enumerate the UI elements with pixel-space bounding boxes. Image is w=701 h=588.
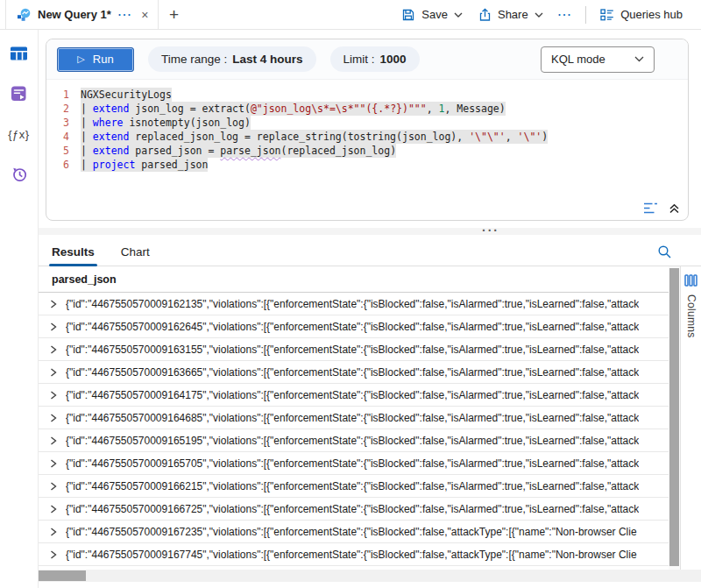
- row-json-text: {"id":"4467550570009165705","violations"…: [66, 457, 639, 470]
- table-row[interactable]: {"id":"4467550570009163155","violations"…: [39, 338, 669, 361]
- table-row[interactable]: {"id":"4467550570009162645","violations"…: [39, 315, 669, 338]
- results-grid: parsed_json {"id":"4467550570009162135",…: [39, 266, 669, 570]
- content-area: ▷ Run Time range : Last 4 hours Limit : …: [39, 30, 701, 588]
- table-row[interactable]: {"id":"4467550570009167235","violations"…: [39, 521, 669, 543]
- code-line[interactable]: 3| where isnotempty(json_log): [46, 116, 688, 130]
- collapse-editor-icon[interactable]: [669, 202, 680, 214]
- text-lines-icon[interactable]: [643, 202, 658, 214]
- sidebar-item-query-history[interactable]: [8, 163, 31, 186]
- vertical-scrollbar[interactable]: [669, 266, 680, 570]
- sidebar-item-functions[interactable]: {ƒx}: [8, 123, 31, 145]
- run-button[interactable]: ▷ Run: [57, 47, 134, 72]
- expand-row-icon[interactable]: [50, 436, 57, 445]
- history-clock-icon: [11, 166, 28, 183]
- row-json-text: {"id":"4467550570009166725","violations"…: [66, 503, 639, 515]
- line-number: 3: [48, 116, 81, 130]
- code-line[interactable]: 6| project parsed_json: [46, 158, 688, 172]
- time-range-picker[interactable]: Time range : Last 4 hours: [148, 46, 316, 72]
- table-row[interactable]: {"id":"4467550570009165195","violations"…: [39, 429, 669, 452]
- table-row[interactable]: {"id":"4467550570009162135","violations"…: [39, 293, 669, 315]
- columns-panel-label: Columns: [685, 294, 697, 337]
- expand-row-icon[interactable]: [50, 505, 57, 514]
- columns-icon: [684, 274, 697, 287]
- expand-row-icon[interactable]: [50, 368, 57, 377]
- limit-picker[interactable]: Limit : 1000: [330, 46, 420, 72]
- time-range-value: Last 4 hours: [232, 53, 302, 66]
- table-row[interactable]: {"id":"4467550570009167745","violations"…: [39, 543, 669, 566]
- line-number: 1: [48, 88, 81, 102]
- row-json-text: {"id":"4467550570009167235","violations"…: [66, 526, 637, 538]
- share-icon: [478, 8, 492, 22]
- expand-row-icon[interactable]: [50, 482, 57, 491]
- code-line[interactable]: 5| extend parsed_json = parse_json(repla…: [46, 144, 688, 158]
- main-area: {ƒx} ▷ Run Time range : L: [0, 30, 701, 588]
- selected-code-text: | extend parsed_json = parse_json(replac…: [81, 144, 396, 158]
- expand-row-icon[interactable]: [50, 300, 57, 308]
- selected-code-text: | extend replaced_json_log = replace_str…: [81, 130, 548, 144]
- horizontal-scrollbar-thumb[interactable]: [39, 570, 86, 581]
- expand-row-icon[interactable]: [50, 322, 57, 331]
- selected-code-text: | extend json_log = extract(@"json_log\s…: [81, 102, 506, 116]
- line-number: 6: [48, 158, 81, 172]
- chevron-down-icon: [535, 12, 543, 18]
- splitter-bar[interactable]: ···: [39, 228, 701, 235]
- tab-results-label: Results: [52, 245, 95, 259]
- search-icon[interactable]: [657, 244, 672, 259]
- save-label: Save: [421, 8, 448, 21]
- tab-more-icon[interactable]: ···: [118, 9, 133, 21]
- query-mode-value: KQL mode: [551, 53, 605, 66]
- editor-footer: [46, 195, 688, 220]
- tab-chart[interactable]: Chart: [121, 237, 150, 266]
- line-number: 5: [48, 144, 81, 158]
- table-row[interactable]: {"id":"4467550570009165705","violations"…: [39, 452, 669, 475]
- results-body: parsed_json {"id":"4467550570009162135",…: [39, 266, 701, 570]
- horizontal-scrollbar[interactable]: [39, 570, 701, 582]
- panel-splitter[interactable]: ···: [39, 221, 701, 237]
- table-row[interactable]: {"id":"4467550570009166215","violations"…: [39, 475, 669, 498]
- code-line[interactable]: 4| extend replaced_json_log = replace_st…: [46, 130, 688, 144]
- code-line[interactable]: 2| extend json_log = extract(@"json_log\…: [46, 102, 688, 116]
- limit-value: 1000: [380, 53, 407, 66]
- divider: [585, 6, 586, 24]
- results-rows: {"id":"4467550570009162135","violations"…: [39, 293, 669, 570]
- vertical-scrollbar-thumb[interactable]: [669, 268, 679, 566]
- new-tab-button[interactable]: +: [159, 0, 190, 29]
- row-json-text: {"id":"4467550570009164175","violations"…: [66, 389, 639, 401]
- share-button[interactable]: Share: [471, 8, 551, 22]
- columns-side-panel[interactable]: Columns: [680, 266, 701, 570]
- query-tab[interactable]: New Query 1* ··· ×: [5, 0, 159, 29]
- expand-row-icon[interactable]: [50, 550, 57, 559]
- table-row[interactable]: {"id":"4467550570009166725","violations"…: [39, 498, 669, 521]
- time-range-label: Time range :: [161, 53, 227, 66]
- sidebar-item-tables[interactable]: [8, 42, 31, 65]
- expand-row-icon[interactable]: [50, 459, 57, 468]
- table-row[interactable]: {"id":"4467550570009164175","violations"…: [39, 384, 669, 407]
- column-header[interactable]: parsed_json: [39, 266, 669, 293]
- expand-row-icon[interactable]: [50, 528, 57, 536]
- table-icon: [10, 46, 28, 61]
- row-json-text: {"id":"4467550570009163155","violations"…: [66, 344, 639, 356]
- query-mode-dropdown[interactable]: KQL mode: [541, 46, 655, 73]
- code-editor[interactable]: 1NGXSecurityLogs2| extend json_log = ext…: [46, 80, 688, 172]
- sidebar-item-saved-queries[interactable]: [8, 82, 31, 105]
- query-toolbar: ▷ Run Time range : Last 4 hours Limit : …: [46, 39, 688, 80]
- share-label: Share: [498, 8, 528, 21]
- row-json-text: {"id":"4467550570009167745","violations"…: [66, 549, 637, 561]
- expand-row-icon[interactable]: [50, 391, 57, 400]
- tab-close-icon[interactable]: ×: [141, 8, 148, 22]
- splitter-handle-dots[interactable]: ···: [482, 223, 499, 237]
- adx-query-icon: [17, 8, 31, 22]
- more-options-button[interactable]: ···: [551, 9, 580, 21]
- table-row[interactable]: {"id":"4467550570009164685","violations"…: [39, 407, 669, 429]
- table-row[interactable]: {"id":"4467550570009163665","violations"…: [39, 361, 669, 384]
- queries-hub-button[interactable]: Queries hub: [592, 8, 690, 21]
- row-json-text: {"id":"4467550570009162135","violations"…: [66, 298, 639, 310]
- expand-row-icon[interactable]: [50, 414, 57, 422]
- selected-code-text: | project parsed_json: [81, 158, 208, 172]
- editor-empty-space[interactable]: [46, 172, 688, 195]
- code-line[interactable]: 1NGXSecurityLogs: [46, 88, 688, 102]
- tab-results[interactable]: Results: [52, 237, 95, 266]
- save-button[interactable]: Save: [393, 8, 471, 22]
- expand-row-icon[interactable]: [50, 345, 57, 354]
- play-icon: ▷: [77, 54, 84, 64]
